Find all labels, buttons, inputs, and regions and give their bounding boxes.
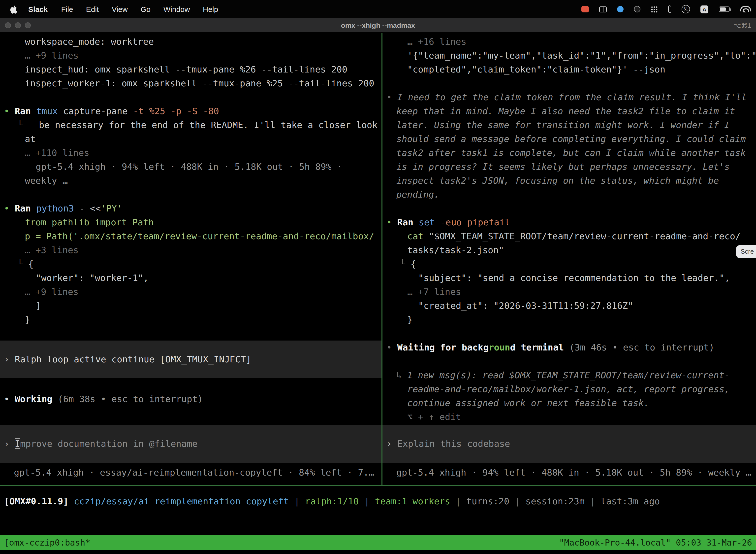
close-button[interactable] — [5, 22, 11, 28]
dots-grid-icon[interactable] — [651, 6, 658, 13]
text-span: … +16 lines — [407, 36, 466, 47]
terminal-line: gpt-5.4 xhigh · essay/ai-reimplementatio… — [0, 466, 381, 480]
screen-recording-indicator[interactable] — [581, 6, 589, 12]
text-span: inspect task2's JSON, focusing on the st… — [396, 175, 719, 186]
terminal-line: … +3 lines — [0, 243, 381, 257]
terminal-line — [0, 188, 381, 202]
text-span: › — [4, 354, 15, 365]
minimize-button[interactable] — [15, 22, 21, 28]
text-span: └ — [17, 120, 39, 130]
text-span: | — [585, 496, 601, 506]
terminal-line: ↳ 1 new msg(s): read $OMX_TEAM_STATE_ROO… — [382, 368, 756, 382]
menu-file[interactable]: File — [55, 5, 79, 13]
menu-window[interactable]: Window — [157, 5, 196, 13]
text-span: set — [419, 217, 440, 227]
prompt-input[interactable]: › Improve documentation in @filename — [0, 425, 381, 463]
input-source-icon[interactable]: A — [700, 5, 708, 13]
text-span: -euo pipefail — [440, 217, 510, 227]
window-manager-icon[interactable] — [599, 6, 607, 12]
badge-61-icon[interactable]: 61 — [682, 5, 690, 13]
terminal-line: from pathlib import Path — [0, 215, 381, 229]
text-span: Ran — [15, 203, 36, 214]
text-span: ] — [36, 300, 41, 311]
terminal-line: p = Path('.omx/state/team/review-current… — [0, 229, 381, 243]
text-span: { — [411, 259, 416, 269]
menu-view[interactable]: View — [105, 5, 134, 13]
text-span — [68, 496, 74, 506]
text-span: • — [4, 394, 15, 404]
text-span: - << — [79, 203, 101, 214]
text-span: capture-pane — [63, 106, 133, 116]
menubar-status-icons: 61A — [581, 5, 756, 13]
terminal-line: ⌥ + ↑ edit — [382, 410, 756, 424]
circle-app-icon[interactable] — [634, 6, 640, 12]
text-span: I need to get the claim token from the c… — [397, 92, 747, 102]
text-span: ⌥ + ↑ edit — [407, 411, 461, 422]
terminal-line: "subject": "send a concise recommendatio… — [382, 271, 756, 285]
app-menu-title[interactable]: Slack — [28, 5, 48, 13]
ralph-loop-banner[interactable]: › Ralph loop active continue [OMX_TMUX_I… — [0, 340, 381, 378]
terminal-line: "created_at": "2026-03-31T11:59:27.816Z" — [382, 299, 756, 313]
terminal-line: "completed","claim_token":"claim-token"}… — [382, 63, 756, 76]
terminal-line: } — [0, 313, 381, 327]
terminal-line: weekly … — [0, 174, 381, 188]
slim-app-icon[interactable] — [668, 5, 671, 13]
traffic-lights — [5, 22, 31, 28]
text-span: … +3 lines — [25, 245, 79, 255]
text-span: { — [28, 259, 34, 269]
tmux-panes: workspace_mode: worktree… +9 linesinspec… — [0, 33, 756, 485]
text-span: › — [386, 438, 397, 449]
window-title-bar[interactable]: omx --xhigh --madmax ⌥⌘1 — [0, 18, 756, 33]
text-span: p = Path('.omx/state/team/review-current… — [25, 231, 374, 241]
battery-icon[interactable] — [719, 6, 730, 12]
wifi-icon[interactable] — [740, 6, 749, 12]
text-span: Ralph loop active continue [OMX_TMUX_INJ… — [15, 354, 251, 365]
terminal-line: should send a message before completing … — [382, 132, 756, 146]
tmux-terminal: workspace_mode: worktree… +9 linesinspec… — [0, 33, 756, 554]
terminal-line: task2 after task1 is complete, but can I… — [382, 146, 756, 160]
text-span: later. Using the same for transition mig… — [396, 120, 730, 130]
text-span: … +110 lines — [25, 148, 89, 158]
menu-go[interactable]: Go — [134, 5, 157, 13]
text-span: [OMX#0.11.9] — [4, 496, 68, 506]
terminal-line: is in progress? It seems likely but perh… — [382, 160, 756, 174]
text-span: Explain this codebase — [397, 438, 510, 449]
text-span: … +7 lines — [407, 286, 461, 297]
text-span: … +9 lines — [25, 286, 79, 297]
text-span: continue assigned work or next feasible … — [407, 398, 649, 408]
terminal-line: inspect task2's JSON, focusing on the st… — [382, 174, 756, 188]
text-span: d terminal — [510, 342, 569, 352]
menu-bar: Slack FileEditViewGoWindowHelp 61A — [0, 0, 756, 18]
text-span: readme-and-reco/mailbox/worker-1.json, a… — [407, 384, 730, 394]
zoom-button[interactable] — [25, 22, 31, 28]
terminal-line: inspect_hud: omx sparkshell --tmux-pane … — [0, 63, 381, 76]
text-span: be necessary for the end of the README. … — [39, 120, 378, 130]
text-span: gpt-5.4 xhigh · essay/ai-reimplementatio… — [14, 467, 374, 478]
text-span: Ran — [397, 217, 419, 227]
text-span: • — [4, 203, 15, 214]
text-span: task2 after task1 is complete, but can I… — [396, 148, 746, 158]
text-span: "completed","claim_token":"claim-token"}… — [407, 64, 665, 74]
prompt-input[interactable]: › Explain this codebase — [382, 425, 756, 463]
terminal-line — [382, 354, 756, 368]
apple-menu[interactable] — [10, 5, 17, 14]
text-span: -t %25 -p -S -80 — [133, 106, 219, 116]
text-span: pending. — [396, 189, 439, 200]
text-span: at — [25, 133, 36, 144]
tmux-host-clock: "MacBook-Pro-44.local" 05:03 31-Mar-26 — [559, 535, 752, 550]
menu-edit[interactable]: Edit — [80, 5, 106, 13]
text-span: tmux — [36, 106, 63, 116]
text-span: weekly … — [25, 175, 68, 186]
text-span: Ran — [15, 106, 36, 116]
terminal-line: at — [0, 132, 381, 146]
text-span: team:1 workers — [375, 496, 450, 506]
text-span: gpt-5.4 xhigh · 94% left · 488K in · 5.1… — [36, 161, 342, 172]
water-drop-icon[interactable] — [617, 6, 624, 12]
hud-status-line: [OMX#0.11.9] cczip/essay/ai-reimplementa… — [0, 494, 756, 508]
screen-capture-popup[interactable]: Scre — [736, 245, 756, 258]
terminal-line: readme-and-reco/mailbox/worker-1.json, a… — [382, 382, 756, 396]
terminal-line: later. Using the same for transition mig… — [382, 118, 756, 132]
menu-help[interactable]: Help — [196, 5, 225, 13]
menu-bar-left: Slack FileEditViewGoWindowHelp — [0, 5, 225, 14]
terminal-line: • Ran python3 - <<'PY' — [0, 202, 381, 215]
